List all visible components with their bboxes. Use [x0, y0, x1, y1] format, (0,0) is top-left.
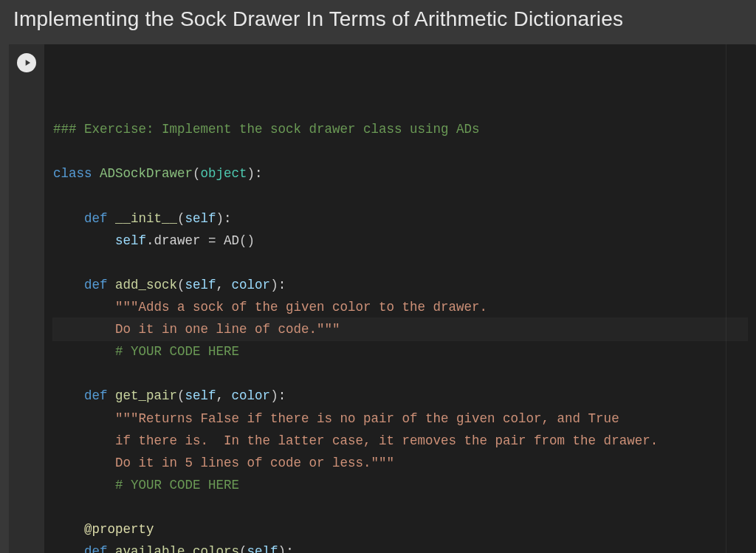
code-token: color — [232, 388, 271, 403]
code-token: def — [84, 544, 108, 553]
code-token: .drawer — [146, 233, 208, 248]
notebook-area: ### Exercise: Implement the sock drawer … — [0, 44, 756, 553]
code-token: ( — [177, 211, 185, 226]
code-token: available_colors — [115, 544, 239, 553]
section-header: Implementing the Sock Drawer In Terms of… — [0, 0, 756, 44]
code-token: ### Exercise: Implement the sock drawer … — [53, 122, 480, 137]
code-line[interactable]: def __init__(self): — [53, 207, 747, 230]
code-token: color — [232, 278, 271, 292]
code-token: # YOUR CODE HERE — [115, 344, 239, 359]
code-token: self — [115, 233, 146, 248]
code-token: self — [185, 211, 216, 226]
ruler — [726, 44, 726, 553]
code-token: = — [208, 233, 216, 248]
code-token: add_sock — [115, 278, 177, 292]
code-token: """Returns False if there is no pair of … — [115, 411, 619, 426]
code-token: : — [255, 166, 263, 181]
code-token — [53, 478, 115, 492]
code-line[interactable]: class ADSockDrawer(object): — [53, 162, 747, 185]
code-token: ADSockDrawer — [100, 166, 193, 181]
code-token — [53, 522, 84, 537]
code-token: # YOUR CODE HERE — [115, 478, 239, 492]
code-line[interactable]: # YOUR CODE HERE — [53, 340, 747, 363]
code-line[interactable]: """Returns False if there is no pair of … — [53, 408, 747, 430]
code-line[interactable]: """Adds a sock of the given color to the… — [53, 296, 747, 318]
code-token: ) — [216, 211, 224, 226]
code-token: Do it in 5 lines of code or less.""" — [115, 456, 394, 470]
code-cell[interactable]: ### Exercise: Implement the sock drawer … — [9, 44, 756, 553]
code-token — [53, 344, 115, 359]
code-token: ( — [177, 278, 185, 292]
code-token — [108, 278, 116, 292]
code-token: class — [53, 166, 92, 181]
code-line[interactable] — [53, 252, 747, 274]
code-line[interactable] — [53, 140, 747, 162]
code-token: if there is. In the latter case, it remo… — [115, 433, 658, 448]
code-token: ( — [177, 388, 185, 403]
code-line[interactable]: # YOUR CODE HERE — [53, 474, 747, 496]
code-token: get_pair — [115, 388, 177, 403]
code-token: : — [224, 211, 232, 226]
code-editor[interactable]: ### Exercise: Implement the sock drawer … — [44, 44, 756, 553]
play-icon — [22, 58, 32, 68]
code-token: object — [201, 166, 247, 181]
code-token — [92, 166, 100, 181]
code-token: AD — [216, 233, 240, 248]
code-token: , — [216, 278, 232, 292]
code-token: ( — [239, 544, 247, 553]
code-token — [53, 278, 84, 292]
code-token — [108, 544, 116, 553]
code-token: ) — [270, 388, 278, 403]
code-token — [53, 456, 115, 470]
code-line[interactable] — [53, 496, 747, 518]
code-token: self — [247, 544, 278, 553]
code-token: ( — [193, 166, 201, 181]
code-token: , — [216, 388, 232, 403]
code-token: self — [185, 388, 216, 403]
code-token: : — [286, 544, 294, 553]
code-token: ) — [247, 166, 255, 181]
code-line[interactable]: Do it in 5 lines of code or less.""" — [53, 452, 747, 474]
code-line[interactable] — [53, 185, 747, 207]
code-token — [53, 544, 84, 553]
code-line[interactable] — [53, 363, 747, 385]
code-token: def — [84, 388, 108, 403]
code-token: ) — [278, 544, 286, 553]
code-token: @property — [84, 522, 154, 537]
code-line[interactable]: def available_colors(self): — [53, 540, 747, 553]
code-token — [53, 211, 84, 226]
code-token: ) — [270, 278, 278, 292]
code-token: : — [278, 278, 286, 292]
code-token: """Adds a sock of the given color to the… — [115, 300, 487, 315]
code-token: def — [84, 278, 108, 292]
code-line[interactable]: def add_sock(self, color): — [53, 274, 747, 296]
code-line[interactable]: if there is. In the latter case, it remo… — [53, 430, 747, 452]
code-token — [108, 388, 116, 403]
code-line[interactable]: Do it in one line of code.""" — [53, 318, 747, 340]
code-token — [53, 322, 115, 337]
code-token — [53, 233, 115, 248]
code-token: __init__ — [115, 211, 177, 226]
code-token — [53, 433, 115, 448]
page-title: Implementing the Sock Drawer In Terms of… — [13, 7, 743, 31]
code-token: self — [185, 278, 216, 292]
code-token — [53, 411, 115, 426]
code-token: : — [278, 388, 286, 403]
code-token: Do it in one line of code.""" — [115, 322, 340, 337]
code-line[interactable]: def get_pair(self, color): — [53, 385, 747, 407]
code-token — [53, 388, 84, 403]
code-line[interactable]: @property — [53, 518, 747, 540]
code-token — [108, 211, 116, 226]
code-line[interactable]: self.drawer = AD() — [53, 230, 747, 252]
code-token — [53, 300, 115, 315]
code-token: def — [84, 211, 108, 226]
code-line[interactable]: ### Exercise: Implement the sock drawer … — [53, 118, 747, 140]
run-cell-button[interactable] — [17, 53, 36, 72]
cell-gutter — [9, 44, 44, 553]
code-token: () — [239, 233, 255, 248]
